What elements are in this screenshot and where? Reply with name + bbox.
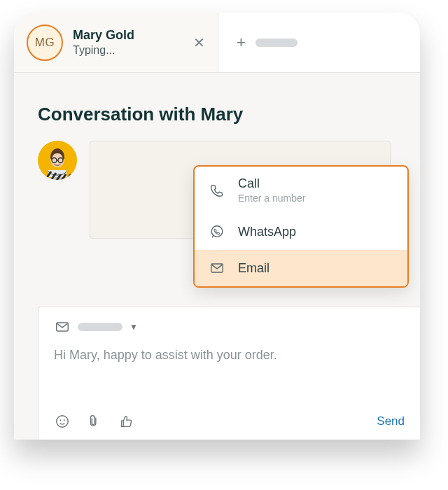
close-icon: ✕ (193, 35, 205, 50)
channel-menu-item-whatsapp[interactable]: WhatsApp (195, 214, 407, 250)
whatsapp-icon (209, 223, 225, 240)
conversation-tab-active[interactable]: MG Mary Gold Typing... ✕ (14, 13, 218, 73)
channel-menu-popover: Call Enter a number WhatsApp (193, 165, 409, 288)
plus-icon: + (237, 35, 246, 50)
tab-strip: MG Mary Gold Typing... ✕ + (14, 13, 420, 73)
person-icon (42, 146, 73, 180)
chevron-down-icon: ▼ (130, 322, 138, 332)
message-composer: ▼ Hi Mary, happy to assist with your ord… (38, 307, 420, 440)
messaging-app-window: MG Mary Gold Typing... ✕ + Conversation … (14, 13, 420, 440)
emoji-button[interactable] (54, 413, 71, 430)
tab-status-typing: Typing... (73, 43, 134, 57)
channel-menu-label: WhatsApp (238, 225, 296, 239)
close-tab-button[interactable]: ✕ (189, 31, 209, 54)
composer-textarea[interactable]: Hi Mary, happy to assist with your order… (54, 348, 405, 363)
smile-icon (55, 414, 70, 429)
channel-menu-item-email[interactable]: Email (195, 250, 407, 286)
conversation-heading: Conversation with Mary (14, 73, 420, 132)
attachment-button[interactable] (86, 413, 103, 430)
customer-avatar (38, 141, 77, 180)
svg-point-8 (59, 419, 61, 421)
like-button[interactable] (118, 413, 135, 430)
channel-menu-label: Email (238, 261, 270, 276)
new-tab-button[interactable]: + (218, 13, 420, 73)
tab-title: Mary Gold (73, 27, 134, 43)
mail-icon (54, 318, 71, 335)
channel-menu-item-call[interactable]: Call Enter a number (195, 167, 407, 214)
thumbs-up-icon (119, 414, 134, 429)
tab-title-placeholder (255, 38, 298, 47)
avatar-initials: MG (27, 24, 63, 61)
svg-point-9 (64, 419, 65, 421)
channel-menu-sublabel: Enter a number (238, 192, 306, 204)
send-button[interactable]: Send (377, 414, 405, 428)
channel-value-placeholder (78, 323, 122, 331)
mail-icon (209, 260, 225, 276)
channel-selector[interactable]: ▼ (54, 318, 405, 335)
paperclip-icon (87, 414, 102, 429)
channel-menu-label: Call (238, 176, 306, 191)
svg-point-7 (57, 416, 69, 428)
phone-icon (209, 182, 225, 199)
